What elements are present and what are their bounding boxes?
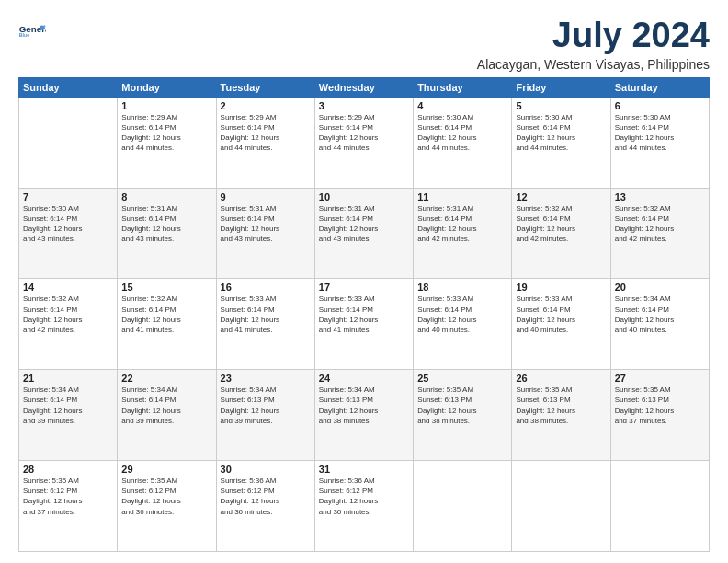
day-info: Sunrise: 5:32 AM Sunset: 6:14 PM Dayligh… bbox=[23, 293, 113, 335]
day-info: Sunrise: 5:34 AM Sunset: 6:13 PM Dayligh… bbox=[319, 385, 409, 426]
day-number: 27 bbox=[615, 373, 705, 384]
table-row: 4Sunrise: 5:30 AM Sunset: 6:14 PM Daylig… bbox=[414, 97, 512, 188]
day-info: Sunrise: 5:32 AM Sunset: 6:14 PM Dayligh… bbox=[121, 293, 211, 335]
table-row: 3Sunrise: 5:29 AM Sunset: 6:14 PM Daylig… bbox=[314, 97, 413, 188]
day-info: Sunrise: 5:36 AM Sunset: 6:12 PM Dayligh… bbox=[221, 476, 311, 517]
table-row: 10Sunrise: 5:31 AM Sunset: 6:14 PM Dayli… bbox=[314, 188, 413, 279]
day-number: 17 bbox=[319, 282, 409, 293]
day-number: 1 bbox=[121, 100, 211, 111]
table-row: 28Sunrise: 5:35 AM Sunset: 6:12 PM Dayli… bbox=[19, 461, 118, 552]
day-info: Sunrise: 5:29 AM Sunset: 6:14 PM Dayligh… bbox=[221, 112, 311, 154]
table-row bbox=[414, 461, 512, 552]
header-sunday: Sunday bbox=[19, 77, 118, 97]
day-info: Sunrise: 5:31 AM Sunset: 6:14 PM Dayligh… bbox=[121, 203, 211, 245]
table-row: 19Sunrise: 5:33 AM Sunset: 6:14 PM Dayli… bbox=[512, 279, 610, 370]
day-number: 18 bbox=[417, 282, 507, 293]
header-saturday: Saturday bbox=[610, 77, 709, 97]
day-info: Sunrise: 5:31 AM Sunset: 6:14 PM Dayligh… bbox=[221, 203, 311, 245]
day-number: 15 bbox=[121, 282, 211, 293]
table-row: 16Sunrise: 5:33 AM Sunset: 6:14 PM Dayli… bbox=[216, 279, 314, 370]
header-monday: Monday bbox=[118, 77, 216, 97]
header-friday: Friday bbox=[512, 77, 610, 97]
calendar-table: Sunday Monday Tuesday Wednesday Thursday… bbox=[18, 77, 710, 552]
table-row: 23Sunrise: 5:34 AM Sunset: 6:13 PM Dayli… bbox=[216, 370, 314, 461]
day-number: 29 bbox=[121, 464, 211, 475]
table-row: 24Sunrise: 5:34 AM Sunset: 6:13 PM Dayli… bbox=[314, 370, 413, 461]
day-info: Sunrise: 5:35 AM Sunset: 6:13 PM Dayligh… bbox=[615, 385, 705, 426]
day-number: 25 bbox=[417, 373, 507, 384]
header: General Blue July 2024 Alacaygan, Wester… bbox=[18, 17, 710, 72]
table-row: 15Sunrise: 5:32 AM Sunset: 6:14 PM Dayli… bbox=[118, 279, 216, 370]
table-row bbox=[512, 461, 610, 552]
day-number: 5 bbox=[516, 100, 606, 111]
page: General Blue July 2024 Alacaygan, Wester… bbox=[0, 0, 728, 563]
calendar-week-row: 14Sunrise: 5:32 AM Sunset: 6:14 PM Dayli… bbox=[19, 279, 710, 370]
day-info: Sunrise: 5:33 AM Sunset: 6:14 PM Dayligh… bbox=[516, 293, 606, 335]
day-info: Sunrise: 5:35 AM Sunset: 6:13 PM Dayligh… bbox=[417, 385, 507, 426]
day-number: 3 bbox=[319, 100, 409, 111]
day-info: Sunrise: 5:34 AM Sunset: 6:13 PM Dayligh… bbox=[221, 385, 311, 426]
day-number: 12 bbox=[516, 191, 606, 202]
table-row: 1Sunrise: 5:29 AM Sunset: 6:14 PM Daylig… bbox=[118, 97, 216, 188]
table-row: 8Sunrise: 5:31 AM Sunset: 6:14 PM Daylig… bbox=[118, 188, 216, 279]
day-number: 14 bbox=[23, 282, 113, 293]
day-number: 11 bbox=[417, 191, 507, 202]
day-info: Sunrise: 5:30 AM Sunset: 6:14 PM Dayligh… bbox=[615, 112, 705, 154]
table-row: 14Sunrise: 5:32 AM Sunset: 6:14 PM Dayli… bbox=[19, 279, 118, 370]
day-info: Sunrise: 5:33 AM Sunset: 6:14 PM Dayligh… bbox=[319, 293, 409, 335]
table-row: 9Sunrise: 5:31 AM Sunset: 6:14 PM Daylig… bbox=[216, 188, 314, 279]
title-section: July 2024 Alacaygan, Western Visayas, Ph… bbox=[477, 17, 710, 72]
svg-text:Blue: Blue bbox=[19, 32, 29, 38]
day-number: 26 bbox=[516, 373, 606, 384]
table-row: 17Sunrise: 5:33 AM Sunset: 6:14 PM Dayli… bbox=[314, 279, 413, 370]
day-info: Sunrise: 5:35 AM Sunset: 6:12 PM Dayligh… bbox=[121, 476, 211, 517]
day-number: 9 bbox=[221, 191, 311, 202]
day-info: Sunrise: 5:29 AM Sunset: 6:14 PM Dayligh… bbox=[319, 112, 409, 154]
day-number: 21 bbox=[23, 373, 113, 384]
calendar-header-row: Sunday Monday Tuesday Wednesday Thursday… bbox=[19, 77, 710, 97]
day-number: 10 bbox=[319, 191, 409, 202]
table-row: 31Sunrise: 5:36 AM Sunset: 6:12 PM Dayli… bbox=[314, 461, 413, 552]
day-number: 7 bbox=[23, 191, 113, 202]
header-tuesday: Tuesday bbox=[216, 77, 314, 97]
table-row: 13Sunrise: 5:32 AM Sunset: 6:14 PM Dayli… bbox=[610, 188, 709, 279]
table-row: 11Sunrise: 5:31 AM Sunset: 6:14 PM Dayli… bbox=[414, 188, 512, 279]
day-info: Sunrise: 5:34 AM Sunset: 6:14 PM Dayligh… bbox=[23, 385, 113, 426]
day-info: Sunrise: 5:30 AM Sunset: 6:14 PM Dayligh… bbox=[23, 203, 113, 245]
calendar-week-row: 28Sunrise: 5:35 AM Sunset: 6:12 PM Dayli… bbox=[19, 461, 710, 552]
day-number: 13 bbox=[615, 191, 705, 202]
day-number: 24 bbox=[319, 373, 409, 384]
calendar-week-row: 21Sunrise: 5:34 AM Sunset: 6:14 PM Dayli… bbox=[19, 370, 710, 461]
day-number: 30 bbox=[221, 464, 311, 475]
day-number: 19 bbox=[516, 282, 606, 293]
table-row bbox=[610, 461, 709, 552]
day-info: Sunrise: 5:32 AM Sunset: 6:14 PM Dayligh… bbox=[516, 203, 606, 245]
calendar-week-row: 1Sunrise: 5:29 AM Sunset: 6:14 PM Daylig… bbox=[19, 97, 710, 188]
day-number: 2 bbox=[221, 100, 311, 111]
subtitle: Alacaygan, Western Visayas, Philippines bbox=[477, 57, 710, 72]
day-info: Sunrise: 5:34 AM Sunset: 6:14 PM Dayligh… bbox=[121, 385, 211, 426]
day-number: 6 bbox=[615, 100, 705, 111]
table-row: 27Sunrise: 5:35 AM Sunset: 6:13 PM Dayli… bbox=[610, 370, 709, 461]
day-info: Sunrise: 5:35 AM Sunset: 6:12 PM Dayligh… bbox=[23, 476, 113, 517]
day-number: 8 bbox=[121, 191, 211, 202]
day-number: 23 bbox=[221, 373, 311, 384]
table-row: 22Sunrise: 5:34 AM Sunset: 6:14 PM Dayli… bbox=[118, 370, 216, 461]
logo: General Blue bbox=[18, 17, 46, 44]
header-wednesday: Wednesday bbox=[314, 77, 413, 97]
day-info: Sunrise: 5:32 AM Sunset: 6:14 PM Dayligh… bbox=[615, 203, 705, 245]
table-row: 7Sunrise: 5:30 AM Sunset: 6:14 PM Daylig… bbox=[19, 188, 118, 279]
day-info: Sunrise: 5:31 AM Sunset: 6:14 PM Dayligh… bbox=[417, 203, 507, 245]
day-info: Sunrise: 5:34 AM Sunset: 6:14 PM Dayligh… bbox=[615, 293, 705, 335]
calendar-week-row: 7Sunrise: 5:30 AM Sunset: 6:14 PM Daylig… bbox=[19, 188, 710, 279]
day-info: Sunrise: 5:30 AM Sunset: 6:14 PM Dayligh… bbox=[417, 112, 507, 154]
table-row: 25Sunrise: 5:35 AM Sunset: 6:13 PM Dayli… bbox=[414, 370, 512, 461]
table-row: 6Sunrise: 5:30 AM Sunset: 6:14 PM Daylig… bbox=[610, 97, 709, 188]
header-thursday: Thursday bbox=[414, 77, 512, 97]
table-row: 2Sunrise: 5:29 AM Sunset: 6:14 PM Daylig… bbox=[216, 97, 314, 188]
day-info: Sunrise: 5:31 AM Sunset: 6:14 PM Dayligh… bbox=[319, 203, 409, 245]
day-number: 16 bbox=[221, 282, 311, 293]
day-number: 28 bbox=[23, 464, 113, 475]
table-row bbox=[19, 97, 118, 188]
day-info: Sunrise: 5:36 AM Sunset: 6:12 PM Dayligh… bbox=[319, 476, 409, 517]
